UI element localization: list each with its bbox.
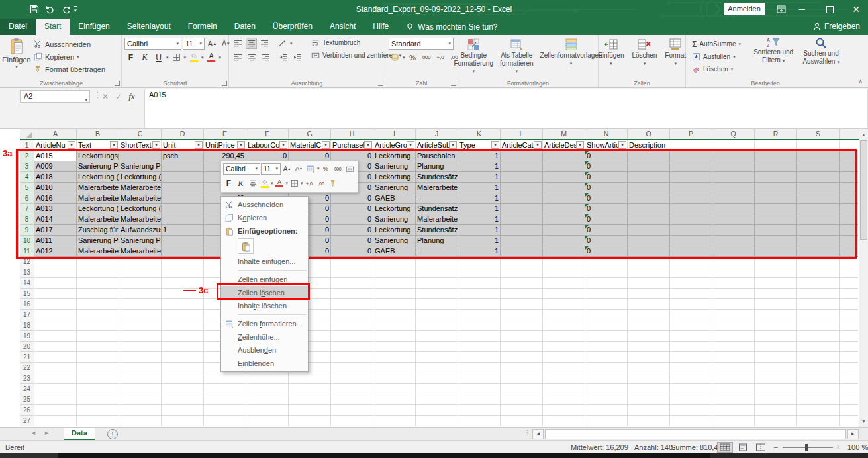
cell-K26[interactable] [458, 405, 501, 416]
cell-G27[interactable] [289, 416, 331, 426]
cell-N16[interactable] [585, 299, 628, 310]
tab-ueberpruefen[interactable]: Überprüfen [264, 19, 321, 35]
cell-A14[interactable] [34, 278, 77, 289]
mini-increase-decimal-button[interactable]: +,0 [304, 178, 315, 189]
insert-function-icon[interactable]: fx [128, 91, 134, 102]
tab-ansicht[interactable]: Ansicht [321, 19, 364, 35]
cell-D23[interactable] [162, 373, 204, 384]
row-header-14[interactable]: 14 [20, 278, 34, 289]
accounting-format-button[interactable] [389, 52, 401, 63]
cell-T23[interactable] [840, 373, 858, 384]
filter-dropdown-icon[interactable]: ▾ [195, 141, 203, 149]
cell-T15[interactable] [840, 289, 858, 299]
cell-O19[interactable] [628, 331, 670, 342]
cell-O27[interactable] [628, 416, 670, 426]
cell-R14[interactable] [755, 278, 797, 289]
cell-K15[interactable] [458, 289, 501, 299]
cell-B25[interactable] [77, 394, 119, 405]
cell-H27[interactable] [331, 416, 373, 426]
cell-A25[interactable] [34, 394, 77, 405]
cell-D17[interactable] [162, 310, 204, 320]
sort-filter-button[interactable]: Sortieren und Filtern ▾ [749, 36, 797, 64]
cell-K16[interactable] [458, 299, 501, 310]
cell-B27[interactable] [77, 416, 119, 426]
select-all-corner[interactable] [20, 129, 34, 139]
find-select-button[interactable]: Suchen und Auswählen ▾ [797, 36, 845, 66]
cell-G26[interactable] [289, 405, 331, 416]
fill-color-button[interactable] [187, 52, 200, 63]
column-header-E[interactable]: E [204, 129, 246, 139]
cell-B14[interactable] [77, 278, 119, 289]
cell-I24[interactable] [373, 384, 416, 394]
cell-B20[interactable] [77, 342, 119, 352]
cell-K24[interactable] [458, 384, 501, 394]
filter-dropdown-icon[interactable]: ▾ [237, 141, 245, 149]
mini-decrease-font-icon[interactable]: A▼ [293, 163, 305, 174]
cell-S24[interactable] [797, 384, 840, 394]
cell-R19[interactable] [755, 331, 797, 342]
cell-S27[interactable] [797, 416, 840, 426]
cell-M16[interactable] [543, 299, 585, 310]
increase-decimal-button[interactable]: +,0 [434, 52, 447, 63]
orientation-button[interactable] [276, 38, 289, 49]
mini-comma-button[interactable]: 000 [332, 163, 344, 174]
font-color-button[interactable]: A [205, 52, 218, 63]
cell-B19[interactable] [77, 331, 119, 342]
increase-indent-button[interactable] [291, 52, 304, 63]
cell-T18[interactable] [840, 320, 858, 331]
align-bottom-button[interactable] [258, 38, 271, 49]
borders-button[interactable] [170, 52, 183, 63]
cell-E25[interactable] [204, 394, 246, 405]
cell-P21[interactable] [670, 352, 712, 363]
cell-N19[interactable] [585, 331, 628, 342]
cell-M15[interactable] [543, 289, 585, 299]
filter-dropdown-icon[interactable]: ▾ [110, 141, 118, 149]
cell-D19[interactable] [162, 331, 204, 342]
cell-A20[interactable] [34, 342, 77, 352]
cell-L14[interactable] [501, 278, 543, 289]
cell-I26[interactable] [373, 405, 416, 416]
align-middle-button[interactable] [246, 38, 257, 49]
hscroll-right-icon[interactable]: ► [847, 429, 859, 439]
cell-M27[interactable] [543, 416, 585, 426]
filter-dropdown-icon[interactable]: ▾ [618, 141, 626, 149]
cell-K27[interactable] [458, 416, 501, 426]
cell-M25[interactable] [543, 394, 585, 405]
underline-button[interactable]: U [152, 52, 165, 63]
mini-merge-button[interactable] [344, 163, 356, 174]
cell-D14[interactable] [162, 278, 204, 289]
cell-K13[interactable] [458, 267, 501, 278]
cell-H14[interactable] [331, 278, 373, 289]
font-size-select[interactable]: 11▾ [183, 38, 205, 50]
cell-A22[interactable] [34, 363, 77, 373]
column-header-I[interactable]: I [373, 129, 416, 139]
cell-L23[interactable] [501, 373, 543, 384]
vertical-scrollbar-thumb[interactable] [860, 140, 867, 240]
cell-J17[interactable] [416, 310, 458, 320]
cell-T13[interactable] [840, 267, 858, 278]
align-left-button[interactable] [232, 52, 244, 63]
cell-O14[interactable] [628, 278, 670, 289]
increase-font-icon[interactable]: A▲ [206, 38, 218, 49]
cell-C22[interactable] [119, 363, 162, 373]
cell-D22[interactable] [162, 363, 204, 373]
cell-L21[interactable] [501, 352, 543, 363]
context-menu-item-inhalte-einfugen[interactable]: Inhalte einfügen... [221, 255, 308, 268]
cell-M13[interactable] [543, 267, 585, 278]
cell-H22[interactable] [331, 363, 373, 373]
cell-J27[interactable] [416, 416, 458, 426]
cell-E26[interactable] [204, 405, 246, 416]
decrease-indent-button[interactable] [277, 52, 290, 63]
cell-S17[interactable] [797, 310, 840, 320]
cell-N20[interactable] [585, 342, 628, 352]
filter-dropdown-icon[interactable]: ▾ [407, 141, 414, 149]
autosum-button[interactable]: Σ AutoSumme▾ [690, 38, 749, 50]
cell-J22[interactable] [416, 363, 458, 373]
zoom-slider-track[interactable] [783, 447, 833, 448]
cell-S22[interactable] [797, 363, 840, 373]
row-header-19[interactable]: 19 [20, 331, 34, 342]
align-top-button[interactable] [232, 38, 244, 49]
cell-J25[interactable] [416, 394, 458, 405]
sheet-nav-left-icon[interactable]: ◄ [30, 430, 36, 436]
paste-button[interactable]: Einfügen ▾ [1, 36, 32, 69]
